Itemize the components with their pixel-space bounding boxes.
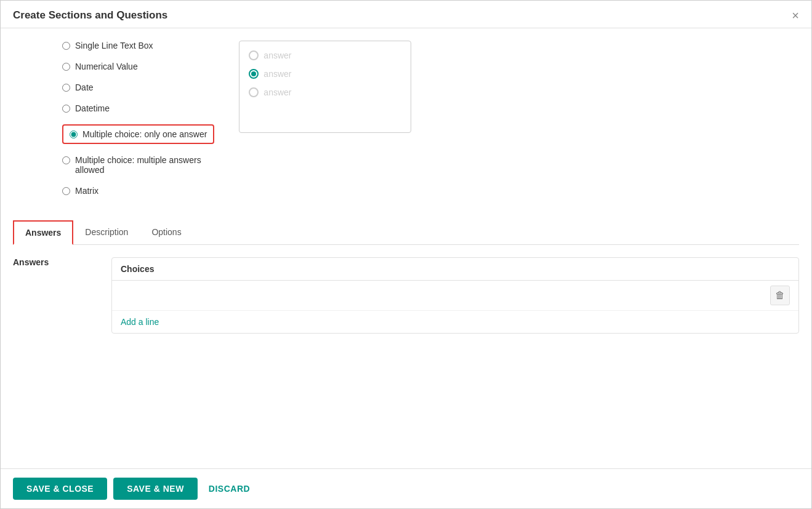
radio-input-multiple-choice-many[interactable] bbox=[62, 156, 70, 164]
answers-section-label: Answers bbox=[13, 257, 111, 334]
preview-radio-2 bbox=[249, 69, 259, 79]
tab-answers[interactable]: Answers bbox=[13, 220, 73, 245]
tab-options[interactable]: Options bbox=[140, 220, 193, 244]
radio-input-single-line[interactable] bbox=[62, 42, 70, 50]
preview-label-1: answer bbox=[263, 50, 291, 60]
preview-item-2: answer bbox=[249, 69, 401, 79]
dialog-body: Single Line Text Box Numerical Value Dat… bbox=[1, 28, 811, 468]
choices-header-label: Choices bbox=[121, 264, 154, 274]
dialog-title: Create Sections and Questions bbox=[13, 9, 167, 22]
radio-input-numerical[interactable] bbox=[62, 63, 70, 71]
trash-icon: 🗑 bbox=[775, 290, 785, 301]
preview-label-2: answer bbox=[263, 69, 291, 79]
save-new-button[interactable]: SAVE & NEW bbox=[113, 478, 198, 500]
radio-input-matrix[interactable] bbox=[62, 187, 70, 195]
radio-input-date[interactable] bbox=[62, 84, 70, 92]
add-line-button[interactable]: Add a line bbox=[112, 311, 167, 333]
choices-header: Choices bbox=[112, 258, 798, 281]
preview-box: answer answer answer bbox=[239, 41, 411, 133]
dialog-header: Create Sections and Questions × bbox=[1, 1, 811, 28]
radio-matrix[interactable]: Matrix bbox=[62, 186, 214, 196]
radio-date[interactable]: Date bbox=[62, 82, 214, 92]
radio-label-multiple-choice-one: Multiple choice: only one answer bbox=[82, 129, 207, 139]
radio-label-numerical: Numerical Value bbox=[75, 62, 138, 71]
tab-content-answers: Answers Choices 🗑 Add a line bbox=[13, 245, 799, 334]
preview-label-3: answer bbox=[263, 87, 291, 97]
dialog: Create Sections and Questions × Single L… bbox=[0, 0, 812, 509]
radio-label-multiple-choice-many: Multiple choice: multiple answersallowed bbox=[75, 155, 201, 175]
question-types-area: Single Line Text Box Numerical Value Dat… bbox=[13, 34, 799, 208]
tab-description[interactable]: Description bbox=[73, 220, 140, 244]
choices-table: Choices 🗑 Add a line bbox=[111, 257, 799, 334]
preview-item-1: answer bbox=[249, 50, 401, 60]
preview-item-3: answer bbox=[249, 87, 401, 97]
dialog-footer: SAVE & CLOSE SAVE & NEW DISCARD bbox=[1, 468, 811, 508]
radio-label-date: Date bbox=[75, 82, 94, 92]
question-types-list: Single Line Text Box Numerical Value Dat… bbox=[62, 41, 214, 196]
radio-multiple-choice-many[interactable]: Multiple choice: multiple answersallowed bbox=[62, 155, 214, 175]
radio-datetime[interactable]: Datetime bbox=[62, 103, 214, 113]
tabs: Answers Description Options bbox=[13, 220, 799, 244]
radio-input-multiple-choice-one[interactable] bbox=[70, 130, 78, 138]
radio-input-datetime[interactable] bbox=[62, 105, 70, 113]
radio-single-line[interactable]: Single Line Text Box bbox=[62, 41, 214, 50]
answers-section: Answers Choices 🗑 Add a line bbox=[13, 257, 799, 334]
discard-button[interactable]: DISCARD bbox=[204, 478, 255, 500]
close-button[interactable]: × bbox=[792, 9, 799, 22]
radio-multiple-choice-one[interactable]: Multiple choice: only one answer bbox=[62, 124, 214, 144]
preview-radio-1 bbox=[249, 50, 259, 60]
save-close-button[interactable]: SAVE & CLOSE bbox=[13, 478, 107, 500]
radio-label-single-line: Single Line Text Box bbox=[75, 41, 153, 50]
delete-button-1[interactable]: 🗑 bbox=[770, 286, 790, 305]
choices-row-1: 🗑 bbox=[112, 281, 798, 311]
radio-numerical[interactable]: Numerical Value bbox=[62, 62, 214, 71]
preview-radio-3 bbox=[249, 87, 259, 97]
radio-label-datetime: Datetime bbox=[75, 103, 110, 113]
tabs-container: Answers Description Options bbox=[13, 220, 799, 245]
add-line-container: Add a line bbox=[112, 311, 798, 333]
radio-label-matrix: Matrix bbox=[75, 186, 98, 196]
